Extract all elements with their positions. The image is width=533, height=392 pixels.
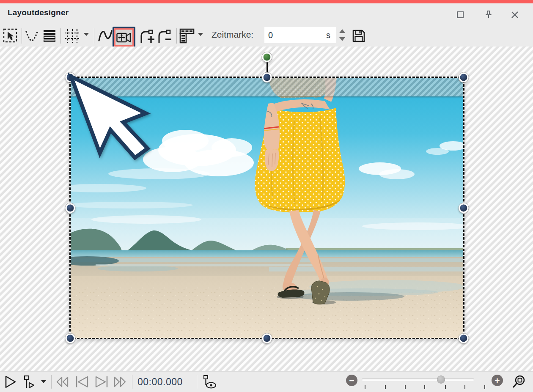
layout-canvas[interactable] (0, 47, 533, 371)
zeitmarke-unit: s (326, 30, 336, 40)
skip-to-end-icon (94, 376, 109, 388)
transport-divider (197, 375, 197, 389)
zoom-in-button[interactable]: + (492, 375, 503, 386)
pin-icon (484, 10, 493, 19)
text-layout-button[interactable] (179, 26, 195, 46)
remove-camera-pan-button[interactable] (156, 26, 173, 46)
pin-button[interactable] (481, 8, 496, 21)
camera-pan-button-inner (114, 28, 134, 47)
title-bar: Layoutdesigner (0, 3, 533, 25)
window-accent-bar (0, 0, 533, 3)
smooth-path-button[interactable] (24, 26, 40, 46)
play-from-marker-button[interactable] (22, 374, 38, 389)
arrange-layers-button[interactable] (41, 26, 58, 46)
fast-forward-button[interactable] (112, 375, 128, 389)
slider-tick (445, 385, 446, 389)
play-icon (4, 375, 17, 389)
slider-tick (484, 385, 485, 389)
handle-bottom-left[interactable] (66, 334, 75, 343)
motion-path-button[interactable] (97, 26, 113, 46)
select-tool-icon (3, 28, 18, 44)
close-button[interactable] (508, 8, 522, 21)
marker-visibility-button[interactable] (201, 374, 218, 389)
camera-pan-button[interactable] (113, 27, 135, 48)
maximize-icon (456, 11, 464, 19)
grid-icon (64, 28, 80, 44)
slider-tick (385, 385, 386, 389)
zeitmarke-input[interactable] (264, 30, 326, 41)
save-button[interactable] (351, 26, 367, 46)
zoom-slider-track[interactable] (362, 378, 474, 381)
close-icon (511, 11, 519, 19)
zeitmarke-spinner (338, 28, 346, 42)
skip-to-start-button[interactable] (74, 375, 91, 389)
toolbar-divider (176, 28, 177, 44)
time-display: 00:00.000 (137, 376, 183, 388)
toolbar-divider (22, 28, 22, 44)
slider-tick (405, 385, 406, 389)
skip-to-start-icon (74, 376, 90, 388)
toolbar: Zeitmarke: s (0, 25, 533, 47)
fast-forward-icon (113, 376, 127, 388)
slider-tick (464, 385, 465, 389)
marker-eye-icon (202, 375, 217, 389)
grid-dropdown-caret[interactable] (84, 33, 89, 36)
rotation-handle[interactable] (262, 52, 272, 62)
play-button[interactable] (3, 375, 18, 389)
window-title: Layoutdesigner (8, 8, 69, 17)
handle-bottom-right[interactable] (459, 334, 469, 343)
transport-bar: 00:00.000 − + (0, 371, 533, 392)
rewind-icon (55, 376, 70, 388)
toolbar-divider (94, 28, 94, 44)
add-camera-pan-icon (138, 28, 155, 44)
minus-icon: − (349, 376, 354, 385)
transport-divider (51, 375, 52, 389)
text-layout-dropdown-caret[interactable] (198, 33, 203, 36)
rewind-button[interactable] (55, 375, 70, 389)
handle-middle-left[interactable] (66, 203, 75, 213)
handle-bottom-center[interactable] (262, 334, 272, 343)
camera-pan-icon (116, 32, 132, 44)
spinner-down-icon[interactable] (339, 37, 345, 41)
handle-top-right[interactable] (459, 73, 469, 82)
slider-tick (365, 385, 365, 389)
grid-tool-button[interactable] (63, 26, 81, 46)
add-camera-pan-button[interactable] (138, 26, 156, 46)
maximize-button[interactable] (453, 8, 467, 21)
zoom-fit-icon (512, 374, 527, 389)
plus-icon: + (495, 376, 500, 385)
transport-divider (132, 375, 132, 389)
spinner-up-icon[interactable] (339, 29, 345, 33)
zoom-slider-thumb[interactable] (437, 376, 445, 384)
zoom-fit-button[interactable] (511, 374, 528, 389)
text-layout-icon (179, 28, 195, 44)
mouse-cursor-graphic (62, 69, 155, 162)
motion-path-icon (98, 28, 113, 44)
handle-middle-right[interactable] (459, 203, 469, 213)
zeitmarke-label: Zeitmarke: (212, 30, 253, 40)
select-tool-button[interactable] (2, 26, 19, 46)
handle-top-center[interactable] (262, 73, 272, 82)
play-options-caret[interactable] (41, 380, 46, 383)
zoom-out-button[interactable]: − (346, 375, 357, 386)
layoutdesigner-window: { "window": { "title": "Layoutdesigner",… (0, 0, 533, 392)
arrange-layers-icon (42, 29, 57, 43)
slider-tick (424, 385, 425, 389)
smooth-path-icon (25, 29, 39, 43)
save-floppy-icon (352, 29, 365, 43)
skip-to-end-button[interactable] (93, 375, 110, 389)
toolbar-divider (60, 28, 61, 44)
play-from-marker-icon (23, 375, 37, 389)
remove-camera-pan-icon (156, 28, 173, 44)
zeitmarke-field: s (264, 27, 336, 43)
